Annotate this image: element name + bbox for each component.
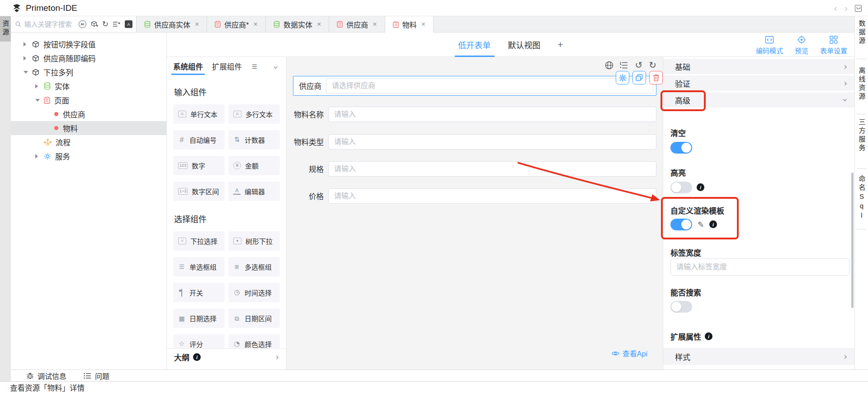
material-type-input[interactable] [328,134,656,150]
tab-system-components[interactable]: 系统组件 [173,57,203,76]
refresh-icon[interactable]: ↻ [102,20,108,28]
code-mode-button[interactable]: 编码模式 [756,35,783,55]
field-delete-button[interactable] [649,71,663,84]
field-copy-button[interactable] [632,71,646,84]
doc-tab-material-page[interactable]: 物料 × [385,16,434,33]
form-field-price[interactable]: 价格 [293,188,656,204]
component-card-editor[interactable]: A编辑器 [228,182,280,201]
tree-item-entity[interactable]: 实体 [11,79,166,93]
form-field-supplier[interactable]: 供应商 [293,76,656,96]
properties-scrollbar[interactable] [851,173,854,308]
material-name-input[interactable] [328,107,656,122]
i18n-globe-icon[interactable] [605,61,613,70]
component-card-dropdown-select[interactable]: ˅下拉选择 [173,231,225,251]
component-card-date-range[interactable]: ⧉日期区间 [228,309,280,328]
props-group-validation[interactable]: 验证 › [663,75,854,91]
tree-item-dropdown-multicol[interactable]: 下拉多列 [11,65,166,79]
props-group-basic[interactable]: 基础 › [663,59,854,74]
doc-tab-data-entity[interactable]: 数据实体 × [266,16,329,32]
problems-button[interactable]: 问题 [84,370,109,381]
component-card-number[interactable]: 123数字 [173,156,225,175]
strip-tab-datasource[interactable]: 数据源 [855,20,868,46]
props-group-advanced[interactable]: 高级 › [663,92,854,108]
debug-info-button[interactable]: 调试信息 [26,370,66,381]
expander-icon[interactable] [35,99,41,102]
component-list-layout-icon[interactable]: ☰ [252,63,257,70]
custom-render-toggle[interactable] [670,219,692,230]
close-icon[interactable]: × [254,20,258,28]
outline-tree-icon[interactable] [620,61,628,69]
collapse-panel-icon[interactable]: › [272,66,281,70]
doc-tab-supplier-page[interactable]: 供应商 × [329,16,385,32]
nav-back-icon[interactable]: ‹ [834,3,837,14]
form-field-material-name[interactable]: 物料名称 [293,107,656,122]
save-layout-icon[interactable] [855,5,862,12]
strip-tab-thirdparty-services[interactable]: 三方服务 [855,118,868,153]
supplier-select-input[interactable] [326,78,653,94]
tree-item-pages[interactable]: 页面 [11,93,166,107]
component-card-date-picker[interactable]: ▦日期选择 [173,309,225,328]
tree-item-supplier-autocode[interactable]: 供应商随即编码 [11,51,166,65]
component-card-amount[interactable]: ¥金额 [228,156,280,175]
tree-item-material-page[interactable]: 物料 [11,121,166,135]
form-field-material-type[interactable]: 物料类型 [293,134,656,150]
info-icon[interactable] [697,183,704,191]
close-icon[interactable]: × [195,20,199,28]
form-settings-button[interactable]: 表单设置 [820,35,847,55]
doc-tab-supplier-page-dirty[interactable]: 供应商* × [207,16,266,32]
component-card-multi-line-text[interactable]: A多行文本 [228,104,280,124]
preview-button[interactable]: 预览 [795,35,808,55]
strip-tab-named-sql[interactable]: 命名Sql [855,175,868,221]
close-icon[interactable]: × [373,20,377,28]
resources-strip-tab[interactable]: 资源 [0,16,11,42]
info-icon[interactable] [709,220,717,228]
expander-icon[interactable] [35,84,41,89]
add-model-icon[interactable] [90,20,98,28]
redo-icon[interactable]: ↻ [649,61,656,70]
component-card-time-picker[interactable]: ◷时间选择 [228,283,280,302]
price-input[interactable] [328,188,656,204]
edit-template-pencil-icon[interactable]: ✎ [698,220,704,229]
expander-icon[interactable] [24,42,29,47]
expander-icon[interactable] [35,154,41,159]
field-settings-button[interactable] [616,71,629,84]
props-group-style[interactable]: 样式 › [663,348,854,365]
form-field-spec[interactable]: 规格 [293,161,656,177]
component-card-radio-group[interactable]: ☰单选框组 [173,257,225,276]
search-input[interactable] [24,20,78,28]
outline-section-header[interactable]: 大纲 › [167,348,286,365]
clear-toggle[interactable] [670,142,692,154]
expander-icon[interactable] [24,56,29,61]
info-icon[interactable] [705,332,712,340]
close-icon[interactable]: × [317,20,321,28]
close-icon[interactable]: × [421,20,425,28]
form-design-canvas[interactable]: ↺ ↻ 供应商 物料名称 物料类型 规格 [287,57,663,370]
component-card-checkbox-group[interactable]: ≣多选框组 [228,257,280,276]
component-card-switch[interactable]: 开关 [173,283,225,302]
view-tab-default-view[interactable]: 默认视图 [508,39,540,51]
component-card-counter[interactable]: ⇅计数器 [228,130,280,150]
component-card-number-range[interactable]: 1~3数字区间 [173,182,225,201]
highlight-toggle[interactable] [670,182,692,193]
doc-tab-supplier-entity[interactable]: 供应商实体 × [137,16,207,32]
nav-forward-icon[interactable]: › [844,3,848,14]
component-card-tree-dropdown[interactable]: ▾树形下拉 [228,231,280,251]
tree-item-services[interactable]: 服务 [11,149,166,163]
view-tab-lowcode-form[interactable]: 低开表单 [458,33,491,57]
label-width-input[interactable] [670,258,849,276]
tree-item-flow[interactable]: 流程 [11,135,166,149]
ai-assist-icon[interactable]: AI [79,20,86,28]
tree-item-button-switch[interactable]: 按钮切换字段值 [11,37,166,51]
sort-tree-icon[interactable] [113,21,121,28]
tab-extension-components[interactable]: 扩展组件 [212,57,242,76]
searchable-toggle[interactable] [670,301,692,313]
view-api-link[interactable]: 查看Api [612,348,647,359]
component-card-single-line-text[interactable]: A单行文本 [173,104,225,124]
spec-input[interactable] [328,161,656,177]
add-view-button[interactable]: + [557,39,563,50]
expander-icon[interactable] [24,71,29,74]
quick-locate-icon[interactable]: A [125,20,132,28]
strip-tab-offline-resources[interactable]: 离线资源 [855,67,868,101]
tree-item-supplier-page[interactable]: 供应商 [11,107,166,121]
undo-icon[interactable]: ↺ [635,61,642,70]
